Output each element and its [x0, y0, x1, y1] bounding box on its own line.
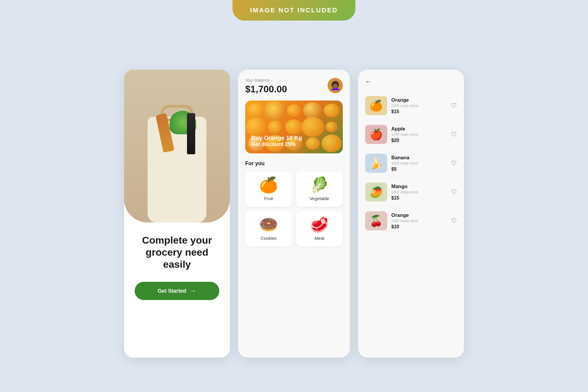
categories-grid: 🍊 Fruit 🥬 Vegetable 🍩 Cookies 🥩 Meat	[245, 171, 343, 247]
product-name-banana: Banana	[391, 155, 447, 161]
category-fruit[interactable]: 🍊 Fruit	[245, 171, 292, 207]
promo-banner[interactable]: Buy Orange 10 Kg Get discount 25%	[245, 100, 343, 153]
product-name-cherry: Orange	[391, 212, 447, 218]
vegetable-icon: 🥬	[310, 177, 329, 192]
screens-container: Complete your grocery need easily Get St…	[124, 70, 464, 358]
product-price-apple: $20	[391, 138, 447, 143]
image-not-included-banner: IMAGE NOT INCLUDED	[233, 0, 355, 21]
product-thumb-cherry: 🍒	[365, 211, 387, 230]
fruit-icon: 🍊	[259, 177, 278, 192]
product-thumb-banana: 🍌	[365, 154, 387, 173]
favorite-mango-button[interactable]: ♡	[451, 188, 457, 196]
product-item-cherry: 🍒 Orange 1000 ready stock $10 ♡	[365, 207, 457, 235]
user-avatar[interactable]: 👩🏾‍🦱	[328, 78, 343, 93]
product-name-apple: Apple	[391, 126, 447, 132]
product-thumb-orange: 🍊	[365, 96, 387, 115]
product-price-mango: $15	[391, 195, 447, 201]
product-item-orange: 🍊 Orange 1000 ready stock $15 ♡	[365, 91, 457, 120]
product-list: 🍊 Orange 1000 ready stock $15 ♡ 🍎 Apple …	[365, 91, 457, 235]
product-name-orange: Orange	[391, 97, 447, 103]
category-vegetable[interactable]: 🥬 Vegetable	[296, 171, 343, 207]
balance-info: Your Balance $1,700.00	[245, 78, 287, 95]
back-button[interactable]: ←	[365, 78, 372, 86]
category-meat[interactable]: 🥩 Meat	[296, 211, 343, 247]
favorite-cherry-button[interactable]: ♡	[451, 217, 457, 225]
product-price-orange: $15	[391, 109, 447, 114]
product-info-mango: Mango 1000 ready stock $15	[391, 184, 447, 201]
cookies-label: Cookies	[260, 236, 276, 241]
favorite-orange-button[interactable]: ♡	[451, 102, 457, 110]
welcome-screen: Complete your grocery need easily Get St…	[124, 70, 230, 358]
product-thumb-apple: 🍎	[365, 125, 387, 144]
product-info-orange: Orange 1000 ready stock $15	[391, 97, 447, 114]
grocery-hero-image	[124, 70, 230, 222]
for-you-section-title: For you	[245, 160, 343, 167]
product-item-banana: 🍌 Banana 1000 ready stock $5 ♡	[365, 149, 457, 178]
promo-text: Buy Orange 10 Kg Get discount 25%	[251, 135, 302, 148]
product-thumb-mango: 🥭	[365, 182, 387, 202]
home-screen: Your Balance $1,700.00 👩🏾‍🦱	[238, 70, 350, 358]
product-stock-orange: 1000 ready stock	[391, 104, 447, 108]
promo-line2: Get discount 25%	[251, 141, 302, 148]
product-item-mango: 🥭 Mango 1000 ready stock $15 ♡	[365, 178, 457, 207]
promo-line1: Buy Orange 10 Kg	[251, 135, 302, 141]
favorite-banana-button[interactable]: ♡	[451, 160, 457, 167]
arrow-icon: →	[190, 287, 196, 295]
product-item-apple: 🍎 Apple 1000 ready stock $20 ♡	[365, 120, 457, 149]
get-started-label: Get Started	[158, 288, 186, 294]
product-stock-apple: 1000 ready stock	[391, 133, 447, 137]
product-info-cherry: Orange 1000 ready stock $10	[391, 212, 447, 229]
meat-label: Meat	[315, 236, 324, 241]
favorite-apple-button[interactable]: ♡	[451, 131, 457, 138]
product-list-screen: ← 🍊 Orange 1000 ready stock $15 ♡ 🍎	[358, 70, 464, 358]
product-info-banana: Banana 1000 ready stock $5	[391, 155, 447, 172]
product-price-cherry: $10	[391, 224, 447, 229]
meat-icon: 🥩	[310, 217, 329, 232]
vegetable-label: Vegetable	[310, 196, 329, 201]
product-price-banana: $5	[391, 167, 447, 172]
cookies-icon: 🍩	[259, 217, 278, 232]
fruit-label: Fruit	[264, 196, 273, 201]
balance-label: Your Balance	[245, 78, 287, 83]
get-started-button[interactable]: Get Started →	[135, 282, 219, 300]
product-stock-cherry: 1000 ready stock	[391, 219, 447, 223]
product-stock-mango: 1000 ready stock	[391, 190, 447, 194]
product-name-mango: Mango	[391, 184, 447, 190]
product-info-apple: Apple 1000 ready stock $20	[391, 126, 447, 143]
balance-amount: $1,700.00	[245, 84, 287, 95]
welcome-content: Complete your grocery need easily Get St…	[124, 222, 230, 358]
category-cookies[interactable]: 🍩 Cookies	[245, 211, 292, 247]
product-stock-banana: 1000 ready stock	[391, 161, 447, 165]
welcome-headline: Complete your grocery need easily	[135, 234, 219, 270]
balance-header: Your Balance $1,700.00 👩🏾‍🦱	[245, 78, 343, 95]
